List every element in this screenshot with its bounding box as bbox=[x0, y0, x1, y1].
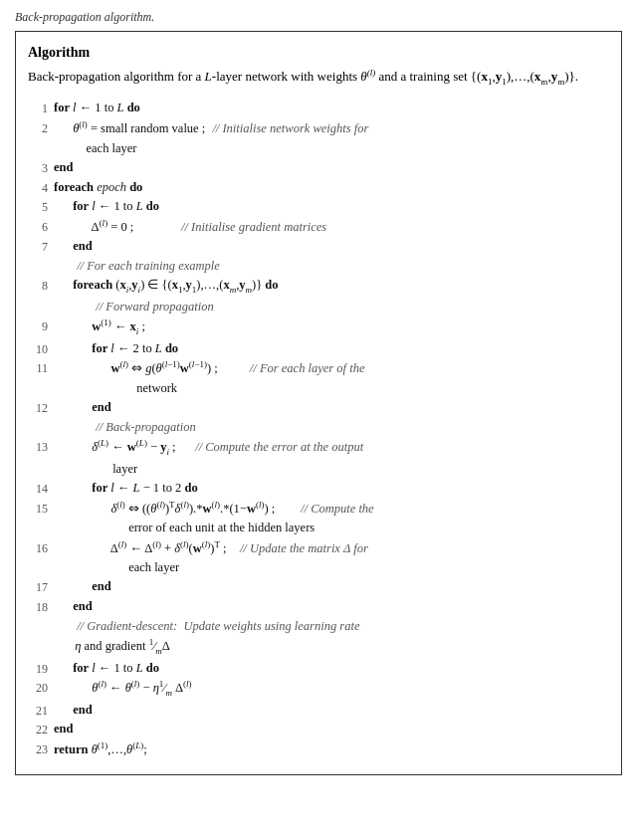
line-7: 7 end bbox=[28, 237, 609, 257]
line-10: 10 for l ← 2 to L do bbox=[28, 339, 609, 359]
page-container: Back-propagation algorithm. Algorithm Ba… bbox=[0, 0, 637, 840]
line-11: 11 w(l) ⇔ g(θ(l−1)w(l−1)) ; // For each … bbox=[28, 358, 609, 379]
line-5: 5 for l ← 1 to L do bbox=[28, 197, 609, 217]
comment-back: // Back-propagation bbox=[28, 418, 609, 437]
line-2: 2 θ(l) = small random value ; // Initial… bbox=[28, 118, 609, 139]
comment-gradient: // Gradient-descent: Update weights usin… bbox=[28, 617, 609, 636]
line-13-cont: layer bbox=[28, 460, 609, 479]
line-18: 18 end bbox=[28, 597, 609, 617]
algorithm-lines: 1 for l ← 1 to L do 2 θ(l) = small rando… bbox=[28, 99, 609, 759]
line-8: 8 foreach (xi,yi) ∈ {(x1,y1),…,(xm,ym)} … bbox=[28, 276, 609, 297]
line-6: 6 Δ(l) = 0 ; // Initialise gradient matr… bbox=[28, 217, 609, 238]
alg-keyword: Algorithm bbox=[28, 42, 90, 63]
line-20: 20 θ(l) ← θ(l) − η1⁄m Δ(l) bbox=[28, 678, 609, 701]
page-subtitle: Back-propagation algorithm. bbox=[15, 10, 622, 25]
line-16: 16 Δ(l) ← Δ(l) + δ(l)(w(l))T ; // Update… bbox=[28, 538, 609, 559]
comment-forward: // Forward propagation bbox=[28, 298, 609, 316]
line-9: 9 w(1) ← xi ; bbox=[28, 316, 609, 339]
line-14: 14 for l ← L − 1 to 2 do bbox=[28, 479, 609, 499]
line-3: 3 end bbox=[28, 158, 609, 178]
line-12: 12 end bbox=[28, 398, 609, 418]
line-19: 19 for l ← 1 to L do bbox=[28, 659, 609, 679]
algorithm-header: Algorithm Back-propagation algorithm for… bbox=[28, 42, 609, 89]
comment-gradient-cont: η and gradient 1⁄mΔ bbox=[28, 636, 609, 659]
line-16-cont: each layer bbox=[28, 558, 609, 577]
line-22: 22 end bbox=[28, 720, 609, 739]
line-21: 21 end bbox=[28, 701, 609, 721]
alg-desc: Back-propagation algorithm for a L-layer… bbox=[28, 67, 578, 89]
line-4: 4 foreach epoch do bbox=[28, 178, 609, 198]
line-13: 13 δ(L) ← w(L) − yi ; // Compute the err… bbox=[28, 437, 609, 460]
line-15-cont: error of each unit at the hidden layers bbox=[28, 519, 609, 537]
line-11-cont: network bbox=[28, 379, 609, 398]
line-2-cont: each layer bbox=[28, 139, 609, 158]
line-17: 17 end bbox=[28, 577, 609, 597]
line-23: 23 return θ(1),…,θ(L); bbox=[28, 739, 609, 760]
comment-training: // For each training example bbox=[28, 257, 609, 276]
line-15: 15 δ(l) ⇔ ((θ(l))Tδ(l)).*w(l).*(1−w(l)) … bbox=[28, 499, 609, 520]
line-1: 1 for l ← 1 to L do bbox=[28, 99, 609, 118]
algorithm-box: Algorithm Back-propagation algorithm for… bbox=[15, 31, 622, 775]
